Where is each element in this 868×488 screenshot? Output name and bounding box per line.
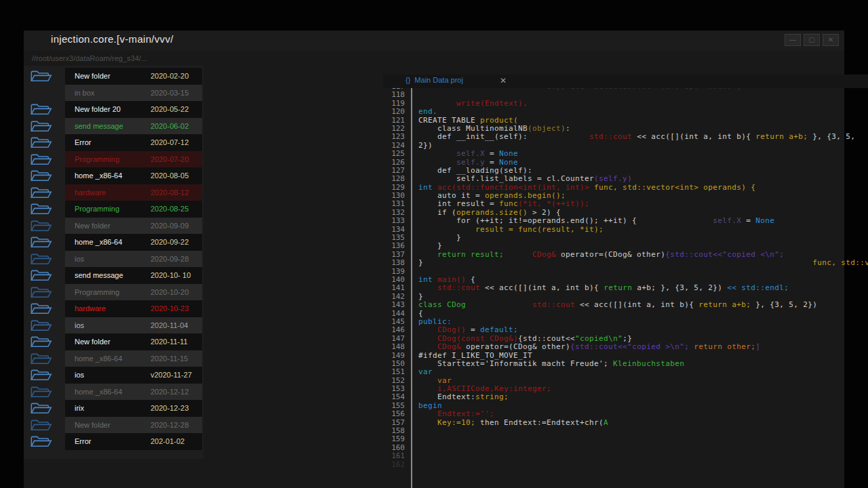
close-button[interactable]: ✕: [823, 34, 839, 46]
folder-icon: [29, 334, 54, 350]
file-name: send message: [75, 122, 123, 130]
minimize-button[interactable]: —: [785, 34, 801, 46]
list-item[interactable]: ios2020-09-28: [65, 251, 202, 268]
line-number: 156: [384, 410, 405, 418]
code-line: 141 std::cout << acc([](int a, int b){ r…: [384, 284, 843, 292]
line-number: 136: [384, 242, 405, 250]
window-controls: — ▢ ✕: [785, 34, 839, 46]
tab-label: Main Data proj: [414, 76, 463, 84]
file-name: home _x86-64: [75, 354, 122, 363]
folder-icon: [29, 119, 54, 135]
file-date: 2020-03-15: [151, 89, 189, 97]
list-item[interactable]: New folder2020-11-11: [65, 333, 202, 350]
code-line: 157 Key:=10; then Endtext:=Endtext+chr(A: [384, 419, 843, 427]
line-number: 120: [384, 108, 405, 116]
list-item[interactable]: in box2020-03-15: [65, 85, 202, 102]
gutter-divider: [411, 87, 412, 488]
file-name: New folder: [75, 72, 111, 80]
file-date: 2020-12-12: [151, 388, 189, 396]
list-item[interactable]: home _x86-642020-12-12: [65, 384, 202, 401]
list-item[interactable]: ios2020-11-04: [65, 317, 202, 334]
line-number: 125: [384, 150, 405, 158]
code-line: 144{: [384, 310, 843, 318]
list-item[interactable]: hardware2020-08-12: [65, 184, 202, 201]
maximize-button[interactable]: ▢: [804, 34, 820, 46]
page-title: injection.core.[v-main/vvv/: [51, 33, 174, 45]
app-window: injection.core.[v-main/vvv/ — ▢ ✕ //root…: [24, 30, 844, 488]
folder-icon: [29, 168, 54, 184]
folder-icon: [29, 268, 54, 284]
file-date: 2020-12-23: [151, 404, 189, 412]
folder-icon: [29, 201, 54, 218]
list-item[interactable]: New folder 202020-05-22: [65, 101, 202, 118]
file-sidebar: New folder2020-02-20in box2020-03-15New …: [24, 66, 203, 459]
file-date: 202-01-02: [151, 437, 184, 445]
code-line: 161: [384, 452, 843, 460]
tab-main-data-proj[interactable]: {} Main Data proj: [406, 76, 463, 84]
code-line: 143class CDog std::cout << acc([](int a,…: [384, 301, 843, 309]
list-item[interactable]: New folder2020-12-28: [65, 417, 202, 434]
folder-icon: [29, 351, 54, 367]
file-name: Error: [75, 437, 91, 445]
list-item[interactable]: New folder2020-09-09: [65, 218, 202, 235]
line-number: 148: [384, 343, 405, 351]
list-item[interactable]: home _x86-642020-08-05: [65, 167, 202, 184]
file-date: 2020-11-15: [151, 354, 188, 363]
file-name: Error: [75, 138, 91, 146]
line-number: 162: [384, 461, 405, 469]
file-date: 2020-11-04: [151, 321, 188, 329]
breadcrumb-path: //root/userx3/dataRoam/reg_s34/...: [32, 54, 147, 62]
line-number: 133: [384, 217, 405, 225]
file-name: New folder: [75, 338, 111, 346]
file-name: home _x86-64: [75, 388, 122, 396]
list-item[interactable]: iosv2020-11-27: [65, 367, 202, 384]
file-name: send message: [75, 271, 123, 279]
line-number: 118: [384, 91, 405, 99]
line-number: 161: [384, 452, 405, 460]
file-name: ios: [75, 371, 84, 379]
close-icon[interactable]: ✕: [500, 76, 507, 85]
list-item[interactable]: Programming2020-07-20: [65, 151, 202, 168]
folder-icon: [29, 135, 54, 151]
code-line: 150 Starttext='Informatik macht Freude';…: [384, 360, 843, 368]
list-item[interactable]: home _x86-642020-11-15: [65, 350, 202, 367]
folder-icon: [29, 401, 54, 417]
file-name: ios: [75, 255, 84, 263]
code-line: 119 write(Endtext),: [384, 100, 843, 108]
list-item[interactable]: Programming2020-08-25: [65, 201, 202, 218]
list-item[interactable]: send message2020-06-02: [65, 118, 202, 135]
list-item[interactable]: irix2020-12-23: [65, 400, 202, 417]
line-number: 143: [384, 301, 405, 309]
list-item[interactable]: send message2020-10- 10: [65, 267, 202, 284]
list-item[interactable]: Error202-01-02: [65, 433, 202, 450]
list-item[interactable]: home _x86-642020-09-22: [65, 234, 202, 251]
folder-icon: [29, 185, 54, 201]
code-line: 159: [384, 435, 843, 443]
code-editor[interactable]: {} Main Data proj ✕ 117 uny, ite selecti…: [203, 51, 844, 488]
file-date: 2020-08-25: [151, 205, 189, 213]
file-name: Programming: [75, 205, 119, 213]
list-item[interactable]: hardware2020-10-23: [65, 300, 202, 317]
folder-icon: [29, 235, 54, 251]
code-line: 154 Endtext:string;: [384, 393, 843, 401]
code-line: 160: [384, 444, 843, 452]
folder-icon: [29, 434, 54, 450]
list-item[interactable]: Error2020-07-12: [65, 134, 202, 151]
file-date: 2020-08-12: [151, 188, 189, 197]
code-line: 135 }: [384, 234, 843, 242]
line-number: 151: [384, 368, 405, 376]
file-name: New folder: [75, 222, 111, 230]
folder-icon: [29, 318, 54, 334]
code-line: 138} func, std::vector<int> operands) {: [384, 259, 843, 267]
file-date: 2020-08-05: [151, 171, 189, 180]
file-name: home _x86-64: [75, 171, 122, 180]
folder-icon: [29, 384, 54, 401]
list-item[interactable]: New folder2020-02-20: [65, 68, 202, 85]
line-number: 159: [384, 435, 405, 443]
title-bar: injection.core.[v-main/vvv/ — ▢ ✕: [24, 30, 844, 51]
folder-icon: [29, 418, 54, 434]
line-number: 138: [384, 259, 405, 267]
folder-icon: [29, 102, 54, 118]
file-name: home _x86-64: [75, 238, 122, 246]
list-item[interactable]: Programming2020-10-20: [65, 284, 202, 301]
